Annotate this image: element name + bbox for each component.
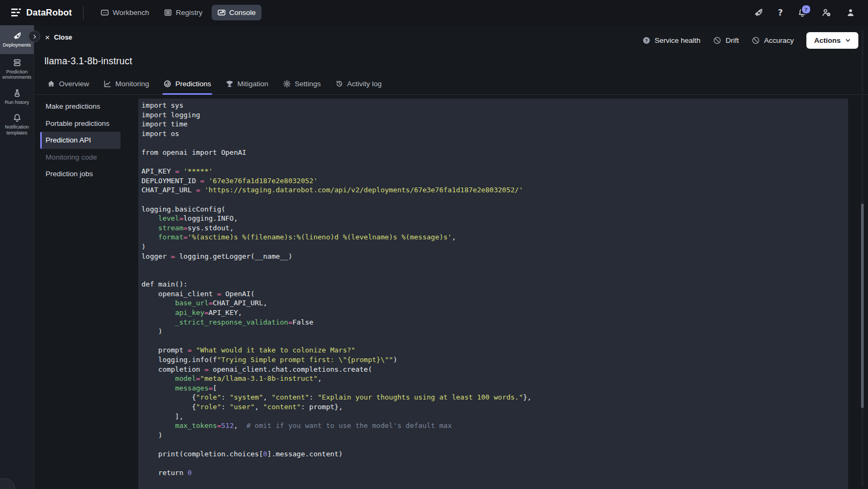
code-line xyxy=(141,459,843,469)
code-line: def main(): xyxy=(141,280,843,289)
code-line: logging.info(f"Trying Simple prompt firs… xyxy=(141,355,843,365)
tab-label: Activity log xyxy=(347,80,382,88)
code-line: DEPLOYMENT_ID = '67e3e76fa1d187e2e803205… xyxy=(141,176,843,186)
code-line: API_KEY = '*****' xyxy=(141,167,843,176)
code-line: completion = openai_client.chat.completi… xyxy=(141,365,843,374)
code-line xyxy=(141,270,843,280)
rail-item-label: Prediction environments xyxy=(1,69,33,80)
code-line: openai_client = OpenAI( xyxy=(141,289,843,299)
svg-text:?: ? xyxy=(645,37,647,43)
rail-item-prediction-environments[interactable]: Prediction environments xyxy=(0,54,34,85)
brand[interactable]: DataRobot xyxy=(11,7,72,18)
top-nav: DataRobot WorkbenchRegistryConsole ?7 xyxy=(0,0,868,25)
user-settings-icon xyxy=(822,8,831,17)
bell-icon xyxy=(13,114,21,122)
rail-item-deployments[interactable]: Deployments xyxy=(0,25,34,54)
close-label: Close xyxy=(54,34,72,41)
registry-icon xyxy=(164,9,172,17)
profile-icon xyxy=(846,8,855,17)
code-line: import sys xyxy=(141,101,843,110)
rocket-button[interactable] xyxy=(754,8,763,17)
rail-item-run-history[interactable]: Run history xyxy=(0,85,34,110)
status-label: Drift xyxy=(725,36,739,44)
tab-settings[interactable]: Settings xyxy=(283,73,321,94)
rail-item-label: Notification templates xyxy=(1,124,33,136)
code-line: ) xyxy=(141,242,843,252)
rail-item-label: Run history xyxy=(5,100,29,106)
subnav-item-prediction-api[interactable]: Prediction API xyxy=(40,132,121,149)
code-line: import time xyxy=(141,119,843,129)
subnav-item-make-predictions[interactable]: Make predictions xyxy=(40,98,121,115)
status-drift[interactable]: Drift xyxy=(713,36,739,44)
flask-icon xyxy=(13,89,21,97)
code-line: {"role": "system", "content": "Explain y… xyxy=(141,393,843,402)
top-nav-item-registry[interactable]: Registry xyxy=(158,5,208,20)
close-button[interactable]: × Close xyxy=(45,34,72,41)
prediction-api-code: import sysimport loggingimport timeimpor… xyxy=(141,101,843,478)
rail-item-label: Deployments xyxy=(3,42,31,48)
chevron-right-icon xyxy=(32,34,38,40)
tab-label: Settings xyxy=(295,80,321,88)
subnav-item-portable-predictions[interactable]: Portable predictions xyxy=(40,115,121,132)
code-line: logging.basicConfig( xyxy=(141,205,843,214)
status-label: Accuracy xyxy=(764,36,794,44)
top-nav-right-icons: ?7 xyxy=(754,0,855,25)
deployment-header: × Close Actions ?Service healthDriftAccu… xyxy=(34,25,868,51)
code-line: {"role": "user", "content": prompt}, xyxy=(141,402,843,412)
code-line: logger = logging.getLogger(__name__) xyxy=(141,252,843,261)
code-line xyxy=(141,138,843,148)
user-settings-button[interactable] xyxy=(822,8,831,17)
code-line: _strict_response_validation=False xyxy=(141,318,843,327)
disabled-icon xyxy=(713,36,721,44)
actions-button[interactable]: Actions xyxy=(806,32,858,49)
disabled-icon xyxy=(752,36,760,44)
tab-label: Overview xyxy=(59,80,89,88)
chevron-down-icon xyxy=(845,37,851,43)
tab-label: Predictions xyxy=(175,80,211,88)
status-accuracy[interactable]: Accuracy xyxy=(752,36,794,44)
code-line xyxy=(141,157,843,167)
scrollbar-thumb[interactable] xyxy=(861,204,864,408)
tab-predictions[interactable]: Predictions xyxy=(163,73,211,94)
monitoring-icon xyxy=(103,80,111,88)
tab-overview[interactable]: Overview xyxy=(47,73,89,94)
home-icon xyxy=(47,80,55,88)
code-panel[interactable]: import sysimport loggingimport timeimpor… xyxy=(138,99,848,489)
code-line: messages=[ xyxy=(141,383,843,393)
code-line xyxy=(141,261,843,270)
code-line xyxy=(141,195,843,205)
profile-button[interactable] xyxy=(846,8,855,17)
tab-monitoring[interactable]: Monitoring xyxy=(103,73,149,94)
workbench-icon xyxy=(101,9,109,17)
app-window: DataRobot WorkbenchRegistryConsole ?7 De… xyxy=(0,0,868,489)
trophy-icon xyxy=(226,80,234,88)
notification-count-badge: 7 xyxy=(801,4,811,14)
tab-label: Mitigation xyxy=(237,80,268,88)
code-line: stream=sys.stdout, xyxy=(141,223,843,233)
code-line: api_key=API_KEY, xyxy=(141,308,843,318)
status-row: Actions ?Service healthDriftAccuracy xyxy=(642,30,858,50)
top-nav-item-console[interactable]: Console xyxy=(212,5,262,20)
status-service-health[interactable]: ?Service health xyxy=(642,36,701,44)
code-line xyxy=(141,440,843,449)
subnav-item-prediction-jobs[interactable]: Prediction jobs xyxy=(40,165,121,183)
code-line: from openai import OpenAI xyxy=(141,148,843,157)
subnav-item-monitoring-code: Monitoring code xyxy=(40,149,121,166)
help-button[interactable]: ? xyxy=(778,7,783,18)
notifications-bell-button[interactable]: 7 xyxy=(798,8,807,17)
tab-activity-log[interactable]: Activity log xyxy=(335,73,382,94)
code-line: format='%(asctime)s %(filename)s:%(linen… xyxy=(141,232,843,242)
left-rail: DeploymentsPrediction environmentsRun hi… xyxy=(0,25,34,489)
tab-mitigation[interactable]: Mitigation xyxy=(226,73,268,94)
code-line xyxy=(141,336,843,346)
environments-icon xyxy=(13,58,21,67)
code-line: max_tokens=512, # omit if you want to us… xyxy=(141,421,843,431)
code-line: prompt = "What would it take to colonize… xyxy=(141,345,843,355)
status-label: Service health xyxy=(655,36,701,44)
code-line: import os xyxy=(141,129,843,139)
expand-sidebar-button[interactable] xyxy=(28,31,40,42)
tab-bar: OverviewMonitoringPredictionsMitigationS… xyxy=(34,73,868,95)
top-nav-item-workbench[interactable]: Workbench xyxy=(95,5,155,20)
brand-name: DataRobot xyxy=(26,7,72,18)
rail-item-notification-templates[interactable]: Notification templates xyxy=(0,109,34,140)
